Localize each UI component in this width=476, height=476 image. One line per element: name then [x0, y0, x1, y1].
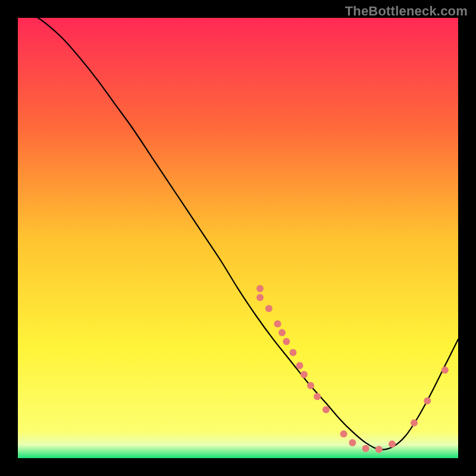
scatter-point [283, 338, 290, 345]
scatter-point [349, 439, 356, 446]
scatter-point [424, 397, 431, 405]
scatter-point [256, 285, 264, 292]
plot-area [18, 18, 458, 458]
scatter-point [307, 382, 314, 389]
scatter-point [375, 446, 383, 453]
chart-svg [18, 18, 458, 458]
scatter-point [256, 294, 264, 301]
scatter-point [296, 362, 303, 369]
scatter-point [274, 320, 281, 327]
scatter-point [362, 445, 369, 452]
scatter-point [411, 419, 418, 427]
watermark-text: TheBottleneck.com [345, 4, 468, 19]
scatter-point [300, 371, 308, 378]
scatter-point [322, 406, 330, 414]
scatter-point [278, 329, 286, 336]
chart-frame: TheBottleneck.com [0, 0, 476, 476]
scatter-point [314, 393, 321, 400]
scatter-point [340, 430, 347, 437]
scatter-point [441, 367, 449, 374]
chart-background [18, 18, 458, 458]
scatter-point [265, 305, 273, 312]
scatter-point [290, 349, 297, 356]
scatter-point [389, 440, 396, 447]
